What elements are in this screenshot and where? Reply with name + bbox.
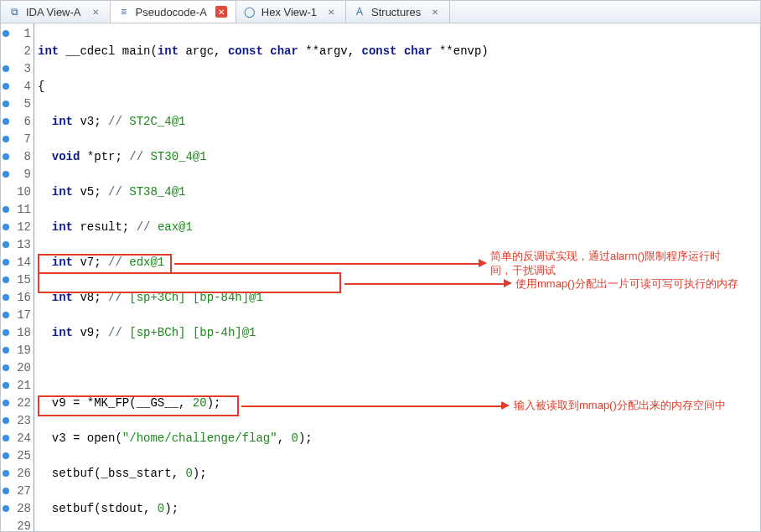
line-number: 20 <box>17 361 31 374</box>
breakpoint-marker[interactable] <box>3 136 9 142</box>
line-number: 12 <box>17 220 31 234</box>
line-number: 7 <box>24 132 31 146</box>
line-number: 26 <box>17 467 31 480</box>
tab-label: IDA View-A <box>26 6 81 18</box>
line-number: 11 <box>17 203 31 216</box>
line-number: 5 <box>24 97 31 111</box>
line-number: 15 <box>17 273 31 287</box>
breakpoint-marker[interactable] <box>3 224 9 230</box>
breakpoint-marker[interactable] <box>3 312 9 318</box>
line-number: 6 <box>24 115 31 128</box>
line-number: 24 <box>17 431 31 445</box>
code-line: int v5; // ST38_4@1 <box>38 183 760 201</box>
structures-icon: A <box>353 5 366 18</box>
code-line: v9 = *MK_FP(__GS__, 20); <box>38 395 760 412</box>
breakpoint-marker[interactable] <box>3 118 9 125</box>
breakpoint-marker[interactable] <box>3 347 9 354</box>
line-number: 8 <box>24 150 31 163</box>
breakpoint-marker[interactable] <box>3 276 9 283</box>
code-line: int __cdecl main(int argc, const char **… <box>38 43 760 60</box>
close-icon[interactable]: ✕ <box>429 6 441 18</box>
breakpoint-marker[interactable] <box>3 329 9 336</box>
tab-structures[interactable]: A Structures ✕ <box>346 1 450 23</box>
code-line: setbuf(stdout, 0); <box>38 500 760 518</box>
breakpoint-marker[interactable] <box>3 435 9 442</box>
tab-ida-view-a[interactable]: ⧉ IDA View-A ✕ <box>1 1 111 23</box>
editor: 1 2 3 4 5 6 7 8 9 10 11 12 13 14 15 16 1… <box>1 23 760 531</box>
code-line: int v9; // [sp+BCh] [bp-4h]@1 <box>38 324 760 342</box>
code-line: int result; // eax@1 <box>38 219 760 236</box>
line-number: 22 <box>17 396 31 410</box>
tab-bar-filler <box>450 1 760 23</box>
line-number: 25 <box>17 449 31 462</box>
breakpoint-marker[interactable] <box>3 364 9 371</box>
line-number: 13 <box>17 238 31 251</box>
close-icon[interactable]: ✕ <box>215 6 227 18</box>
breakpoint-marker[interactable] <box>3 30 9 37</box>
line-number: 17 <box>17 308 31 322</box>
tab-label: Hex View-1 <box>261 6 317 18</box>
breakpoint-marker[interactable] <box>3 171 9 178</box>
breakpoint-marker[interactable] <box>3 206 9 213</box>
tab-hex-view-1[interactable]: ◯ Hex View-1 ✕ <box>236 1 346 23</box>
breakpoint-marker[interactable] <box>3 470 9 477</box>
line-number: 4 <box>24 80 31 93</box>
line-number: 1 <box>24 27 31 40</box>
breakpoint-marker[interactable] <box>3 382 9 389</box>
line-number: 14 <box>17 256 31 269</box>
close-icon[interactable]: ✕ <box>325 6 337 18</box>
breakpoint-marker[interactable] <box>3 241 9 248</box>
code-area[interactable]: int __cdecl main(int argc, const char **… <box>34 23 760 531</box>
tab-pseudocode-a[interactable]: ≡ Pseudocode-A ✕ <box>111 1 236 23</box>
line-number-gutter: 1 2 3 4 5 6 7 8 9 10 11 12 13 14 15 16 1… <box>1 23 34 531</box>
line-number: 16 <box>17 291 31 304</box>
breakpoint-marker[interactable] <box>3 505 9 512</box>
line-number: 19 <box>17 343 31 357</box>
line-number: 29 <box>17 519 31 531</box>
line-number: 23 <box>17 414 31 427</box>
breakpoint-marker[interactable] <box>3 400 9 406</box>
code-line: int v8; // [sp+3Ch] [bp-84h]@1 <box>38 289 760 307</box>
doc-layout-icon: ≡ <box>117 5 131 18</box>
breakpoint-marker[interactable] <box>3 83 9 90</box>
breakpoint-marker[interactable] <box>3 452 9 459</box>
line-number: 21 <box>17 379 31 392</box>
line-number: 28 <box>17 502 31 515</box>
code-line: v3 = open("/home/challenge/flag", 0); <box>38 430 760 447</box>
breakpoint-marker[interactable] <box>3 153 9 160</box>
tab-bar: ⧉ IDA View-A ✕ ≡ Pseudocode-A ✕ ◯ Hex Vi… <box>1 1 760 23</box>
breakpoint-marker[interactable] <box>3 294 9 301</box>
breakpoint-marker[interactable] <box>3 488 9 494</box>
breakpoint-marker[interactable] <box>3 259 9 266</box>
code-line: setbuf(_bss_start, 0); <box>38 465 760 483</box>
breakpoint-marker[interactable] <box>3 101 9 107</box>
tab-label: Structures <box>371 6 421 18</box>
code-line: int v7; // edx@1 <box>38 254 760 271</box>
doc-layout-icon: ⧉ <box>8 5 21 18</box>
breakpoint-marker[interactable] <box>3 417 9 424</box>
line-number: 27 <box>17 484 31 498</box>
close-icon[interactable]: ✕ <box>90 6 101 18</box>
breakpoint-marker[interactable] <box>3 65 9 72</box>
line-number: 18 <box>17 326 31 339</box>
line-number: 3 <box>24 62 31 75</box>
code-line: int v3; // ST2C_4@1 <box>38 113 760 131</box>
line-number: 2 <box>24 44 31 58</box>
code-line: void *ptr; // ST30_4@1 <box>38 148 760 166</box>
code-line <box>38 359 760 377</box>
tab-label: Pseudocode-A <box>136 6 207 18</box>
code-line: { <box>38 78 760 96</box>
line-number: 10 <box>17 185 31 199</box>
line-number: 9 <box>24 168 31 181</box>
app-window: ⧉ IDA View-A ✕ ≡ Pseudocode-A ✕ ◯ Hex Vi… <box>0 0 761 532</box>
hex-icon: ◯ <box>243 5 256 18</box>
